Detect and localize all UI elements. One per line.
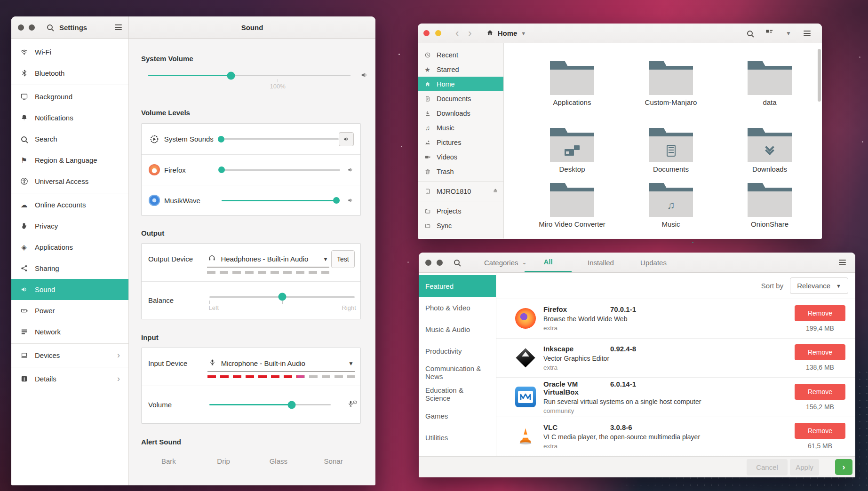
sidebar-item-background[interactable]: Background xyxy=(11,86,128,107)
sidebar-item-applications[interactable]: ◈ Applications xyxy=(11,237,128,258)
category-productivity[interactable]: Productivity xyxy=(419,340,496,362)
sidebar-item-region-language[interactable]: ⚑ Region & Language xyxy=(11,150,128,171)
sidebar-item-power[interactable]: Power xyxy=(11,300,128,321)
speaker-icon[interactable] xyxy=(347,166,354,173)
menu-icon[interactable] xyxy=(115,24,122,30)
tab-installed[interactable]: Installed xyxy=(577,253,624,272)
cancel-button[interactable]: Cancel xyxy=(747,459,788,475)
folder-data[interactable]: data xyxy=(734,61,805,106)
apply-button[interactable]: Apply xyxy=(790,459,819,475)
remove-button[interactable]: Remove xyxy=(795,344,845,360)
output-device-select[interactable]: Headphones - Built-in Audio ▼ xyxy=(207,250,329,274)
package-row-inkscape[interactable]: Inkscape 0.92.4-8 Vector Graphics Editor… xyxy=(496,339,855,378)
folder-applications[interactable]: Applications xyxy=(537,61,607,106)
sidebar-item-wifi[interactable]: Wi-Fi xyxy=(11,41,128,63)
category-featured[interactable]: Featured xyxy=(419,275,496,297)
window-button[interactable] xyxy=(18,24,24,31)
folder-miro-video-converter[interactable]: Miro Video Converter xyxy=(537,183,607,228)
next-button[interactable]: › xyxy=(835,459,852,475)
slider-handle[interactable] xyxy=(218,136,224,143)
view-options-icon[interactable] xyxy=(765,28,773,39)
sidebar-item-notifications[interactable]: Notifications xyxy=(11,107,128,128)
category-utilities[interactable]: Utilities xyxy=(419,427,496,448)
sidebar-item-sound[interactable]: Sound xyxy=(11,279,128,300)
slider-handle[interactable] xyxy=(227,71,235,79)
sidebar-item-privacy[interactable]: Privacy xyxy=(11,215,128,237)
slider-handle[interactable] xyxy=(218,166,225,173)
sidebar-item-music[interactable]: ♫ Music xyxy=(418,120,503,135)
eject-icon[interactable] xyxy=(492,187,499,195)
search-icon[interactable] xyxy=(47,24,53,30)
sidebar-item-recent[interactable]: Recent xyxy=(418,48,503,62)
speaker-icon[interactable] xyxy=(347,197,354,204)
sidebar-item-home[interactable]: Home xyxy=(418,77,503,91)
sidebar-item-videos[interactable]: Videos xyxy=(418,150,503,164)
sidebar-item-downloads[interactable]: Downloads xyxy=(418,106,503,120)
search-icon[interactable] xyxy=(454,260,460,265)
remove-button[interactable]: Remove xyxy=(795,423,845,439)
microphone-muted-icon[interactable] xyxy=(347,400,355,410)
sidebar-item-network[interactable]: Network xyxy=(11,321,128,342)
folder-documents[interactable]: Documents xyxy=(636,128,706,173)
mute-toggle-button[interactable] xyxy=(339,132,354,146)
category-education-science[interactable]: Education & Science xyxy=(419,383,496,405)
package-row-vlc[interactable]: VLC 3.0.8-6 VLC media player, the open-s… xyxy=(496,417,855,457)
view-dropdown-icon[interactable]: ▼ xyxy=(786,30,791,37)
categories-dropdown[interactable]: Categories ⌄ xyxy=(484,259,527,267)
category-communication-news[interactable]: Communication & News xyxy=(419,362,496,383)
minimize-button[interactable] xyxy=(435,30,441,36)
tab-updates[interactable]: Updates xyxy=(630,253,677,272)
package-row-firefox[interactable]: Firefox 70.0.1-1 Browse the World Wide W… xyxy=(496,299,855,339)
back-button[interactable]: ‹ xyxy=(454,28,461,39)
sidebar-item-bluetooth[interactable]: Bluetooth xyxy=(11,63,128,84)
window-button[interactable] xyxy=(29,24,35,31)
sidebar-item-trash[interactable]: Trash xyxy=(418,164,503,179)
slider-handle[interactable] xyxy=(288,401,296,409)
system-volume-slider[interactable]: 100% xyxy=(148,75,368,96)
test-button[interactable]: Test xyxy=(331,250,355,268)
category-photo-video[interactable]: Photo & Video xyxy=(419,297,496,318)
sidebar-item-mjro1810[interactable]: MJRO1810 xyxy=(418,184,503,198)
folder-music[interactable]: ♫ Music xyxy=(636,183,706,228)
sidebar-item-universal-access[interactable]: Universal Access xyxy=(11,171,128,192)
remove-button[interactable]: Remove xyxy=(795,384,845,400)
sidebar-item-sync[interactable]: Sync xyxy=(418,218,503,233)
alert-option-glass[interactable]: Glass xyxy=(251,453,306,469)
folder-onionshare[interactable]: OnionShare xyxy=(734,183,805,228)
menu-icon[interactable] xyxy=(804,31,811,36)
slider-handle[interactable] xyxy=(278,293,286,301)
folder-desktop[interactable]: Desktop xyxy=(537,128,607,173)
window-button[interactable] xyxy=(425,260,431,266)
sidebar-item-search[interactable]: Search xyxy=(11,128,128,150)
remove-button[interactable]: Remove xyxy=(795,305,845,321)
sort-select[interactable]: Relevance ▼ xyxy=(790,277,848,294)
forward-button[interactable]: › xyxy=(466,28,473,39)
close-button[interactable] xyxy=(423,30,430,36)
package-row-virtualbox[interactable]: Oracle VM VirtualBox 6.0.14-1 Run severa… xyxy=(496,378,855,417)
sidebar-item-projects[interactable]: Projects xyxy=(418,204,503,218)
input-device-select[interactable]: Microphone - Built-in Audio ▼ xyxy=(207,355,355,378)
tab-all[interactable]: All xyxy=(525,253,572,272)
alert-option-drip[interactable]: Drip xyxy=(196,453,251,469)
menu-icon[interactable] xyxy=(839,260,846,265)
category-games[interactable]: Games xyxy=(419,405,496,427)
sidebar-item-starred[interactable]: ★ Starred xyxy=(418,62,503,77)
scrollbar[interactable] xyxy=(818,49,821,102)
sidebar-item-details[interactable]: Details › xyxy=(11,368,128,389)
alert-option-sonar[interactable]: Sonar xyxy=(306,453,361,469)
alert-option-bark[interactable]: Bark xyxy=(141,453,196,469)
slider-handle[interactable] xyxy=(333,197,340,204)
sidebar-item-pictures[interactable]: Pictures xyxy=(418,135,503,150)
sidebar-item-online-accounts[interactable]: ☁ Online Accounts xyxy=(11,194,128,215)
sidebar-item-documents[interactable]: Documents xyxy=(418,91,503,106)
speaker-icon[interactable] xyxy=(360,71,368,81)
window-button[interactable] xyxy=(437,260,443,266)
input-volume-slider[interactable] xyxy=(209,404,331,405)
balance-slider[interactable]: Left Right xyxy=(209,293,355,309)
category-music-audio[interactable]: Music & Audio xyxy=(419,318,496,340)
sidebar-item-devices[interactable]: Devices › xyxy=(11,345,128,366)
firefox-slider[interactable] xyxy=(222,169,340,171)
folder-downloads[interactable]: Downloads xyxy=(734,128,805,173)
folder-custom-manjaro[interactable]: Custom-Manjaro xyxy=(636,61,706,106)
sidebar-item-sharing[interactable]: Sharing xyxy=(11,258,128,279)
